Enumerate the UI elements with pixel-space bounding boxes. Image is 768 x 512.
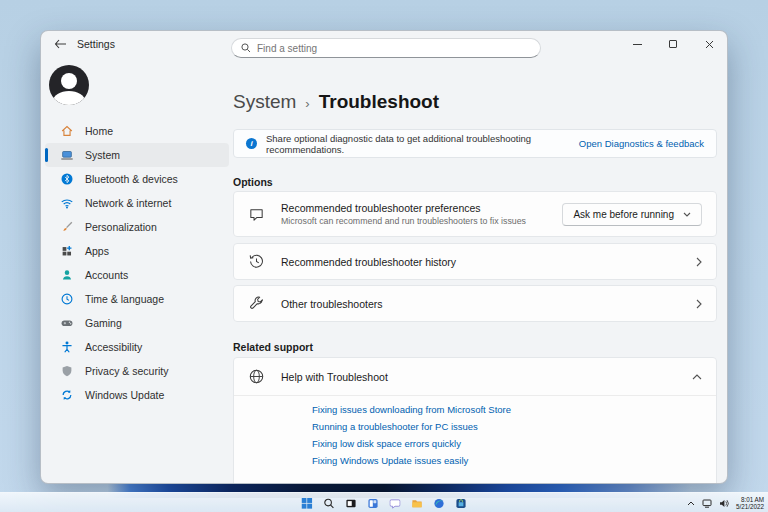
system-tray: 8:01 AM 5/21/2022 bbox=[687, 493, 764, 512]
tray-date: 5/21/2022 bbox=[736, 503, 764, 510]
sidebar: Home System Bluetooth & devices Network … bbox=[41, 57, 233, 483]
gamepad-icon bbox=[59, 316, 74, 331]
chevron-right-icon bbox=[696, 299, 702, 309]
sidebar-item-accessibility[interactable]: Accessibility bbox=[45, 335, 229, 359]
store-button[interactable] bbox=[455, 497, 468, 510]
system-icon bbox=[59, 148, 74, 163]
edge-button[interactable] bbox=[433, 497, 446, 510]
sidebar-nav: Home System Bluetooth & devices Network … bbox=[45, 119, 229, 407]
apps-icon bbox=[59, 244, 74, 259]
search-input[interactable] bbox=[257, 43, 531, 54]
settings-window: Settings Home bbox=[40, 30, 728, 484]
accessibility-icon bbox=[59, 340, 74, 355]
dropdown-value: Ask me before running bbox=[573, 209, 674, 220]
taskbar-center bbox=[301, 493, 468, 512]
paintbrush-icon bbox=[59, 220, 74, 235]
help-card-title: Help with Troubleshoot bbox=[281, 371, 676, 383]
breadcrumb-separator: › bbox=[305, 96, 309, 111]
history-icon bbox=[248, 253, 265, 270]
sidebar-item-apps[interactable]: Apps bbox=[45, 239, 229, 263]
titlebar: Settings bbox=[41, 31, 727, 57]
preferences-subtitle: Microsoft can recommend and run troubles… bbox=[281, 216, 546, 226]
sidebar-item-bluetooth-devices[interactable]: Bluetooth & devices bbox=[45, 167, 229, 191]
sidebar-item-accounts[interactable]: Accounts bbox=[45, 263, 229, 287]
chevron-right-icon bbox=[696, 257, 702, 267]
home-icon bbox=[59, 124, 74, 139]
help-card: Help with Troubleshoot Fixing issues dow… bbox=[233, 357, 717, 484]
minimize-button[interactable] bbox=[619, 31, 655, 57]
page-title: Troubleshoot bbox=[319, 91, 439, 113]
other-title: Other troubleshooters bbox=[281, 298, 680, 310]
close-button[interactable] bbox=[691, 31, 727, 57]
other-troubleshooters-card[interactable]: Other troubleshooters bbox=[233, 285, 717, 322]
shield-icon bbox=[59, 364, 74, 379]
minimize-icon bbox=[633, 44, 642, 45]
sidebar-item-personalization[interactable]: Personalization bbox=[45, 215, 229, 239]
widgets-button[interactable] bbox=[367, 497, 380, 510]
sidebar-item-time-language[interactable]: Time & language bbox=[45, 287, 229, 311]
maximize-button[interactable] bbox=[655, 31, 691, 57]
help-links: Fixing issues downloading from Microsoft… bbox=[234, 396, 716, 476]
bluetooth-icon bbox=[59, 172, 74, 187]
sidebar-item-system[interactable]: System bbox=[45, 143, 229, 167]
options-heading: Options bbox=[233, 176, 273, 188]
wrench-icon bbox=[248, 295, 265, 312]
close-icon bbox=[705, 40, 714, 49]
task-view-button[interactable] bbox=[345, 497, 358, 510]
globe-help-icon bbox=[248, 368, 265, 385]
tray-time: 8:01 AM bbox=[736, 496, 764, 503]
wifi-icon bbox=[59, 196, 74, 211]
help-link-store[interactable]: Fixing issues downloading from Microsoft… bbox=[312, 404, 716, 415]
help-link-windows-update[interactable]: Fixing Windows Update issues easily bbox=[312, 455, 716, 466]
avatar[interactable] bbox=[49, 65, 89, 105]
tray-chevron-icon[interactable] bbox=[687, 497, 696, 510]
volume-icon[interactable] bbox=[719, 497, 730, 510]
display-icon[interactable] bbox=[702, 497, 713, 510]
taskbar: 8:01 AM 5/21/2022 bbox=[0, 492, 768, 512]
banner-message: Share optional diagnostic data to get ad… bbox=[266, 133, 570, 155]
clock-globe-icon bbox=[59, 292, 74, 307]
person-icon bbox=[59, 268, 74, 283]
search-taskbar-button[interactable] bbox=[323, 497, 336, 510]
start-button[interactable] bbox=[301, 497, 314, 510]
troubleshooter-preferences-card[interactable]: Recommended troubleshooter preferences M… bbox=[233, 191, 717, 237]
sidebar-item-privacy-security[interactable]: Privacy & security bbox=[45, 359, 229, 383]
search-icon bbox=[241, 43, 251, 53]
sidebar-item-home[interactable]: Home bbox=[45, 119, 229, 143]
open-diagnostics-link[interactable]: Open Diagnostics & feedback bbox=[579, 138, 704, 149]
app-title: Settings bbox=[77, 38, 115, 50]
help-link-disk-space[interactable]: Fixing low disk space errors quickly bbox=[312, 438, 716, 449]
help-link-pc-issues[interactable]: Running a troubleshooter for PC issues bbox=[312, 421, 716, 432]
file-explorer-button[interactable] bbox=[411, 497, 424, 510]
chevron-down-icon bbox=[683, 212, 691, 217]
window-controls bbox=[619, 31, 727, 57]
main-content: System › Troubleshoot i Share optional d… bbox=[233, 57, 727, 483]
maximize-icon bbox=[669, 40, 677, 48]
preferences-title: Recommended troubleshooter preferences bbox=[281, 202, 546, 214]
clock[interactable]: 8:01 AM 5/21/2022 bbox=[736, 496, 764, 510]
search-box[interactable] bbox=[231, 38, 541, 58]
sidebar-item-windows-update[interactable]: Windows Update bbox=[45, 383, 229, 407]
feedback-bubble-icon bbox=[248, 206, 265, 223]
chat-button[interactable] bbox=[389, 497, 402, 510]
related-support-heading: Related support bbox=[233, 341, 313, 353]
chevron-up-icon bbox=[692, 374, 702, 380]
preferences-dropdown[interactable]: Ask me before running bbox=[562, 203, 702, 226]
diagnostics-banner: i Share optional diagnostic data to get … bbox=[233, 129, 717, 158]
back-button[interactable] bbox=[51, 36, 69, 52]
update-icon bbox=[59, 388, 74, 403]
help-card-header[interactable]: Help with Troubleshoot bbox=[234, 358, 716, 395]
sidebar-item-gaming[interactable]: Gaming bbox=[45, 311, 229, 335]
breadcrumb: System › Troubleshoot bbox=[233, 91, 439, 113]
troubleshooter-history-card[interactable]: Recommended troubleshooter history bbox=[233, 243, 717, 280]
back-arrow-icon bbox=[54, 39, 67, 49]
breadcrumb-system[interactable]: System bbox=[233, 91, 296, 113]
sidebar-item-network-internet[interactable]: Network & internet bbox=[45, 191, 229, 215]
info-icon: i bbox=[246, 138, 257, 149]
history-title: Recommended troubleshooter history bbox=[281, 256, 680, 268]
